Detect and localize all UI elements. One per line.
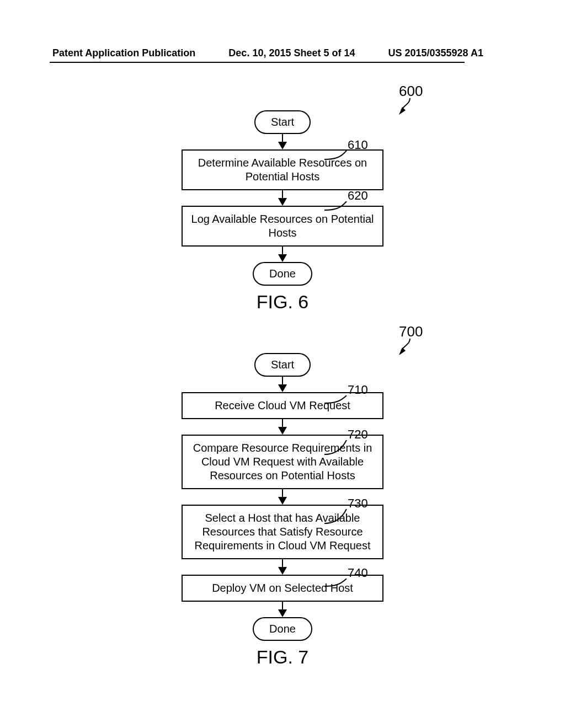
terminal-start-6: Start (254, 110, 311, 134)
header-pub: Patent Application Publication (52, 47, 195, 59)
flowchart-fig7: Start Receive Cloud VM Request Compare R… (0, 320, 565, 668)
ref-610: 610 (348, 138, 368, 152)
terminal-done-6: Done (253, 262, 312, 286)
terminal-start-7: Start (254, 353, 311, 377)
header-rule (50, 62, 465, 63)
header-docnum: US 2015/0355928 A1 (388, 47, 483, 59)
figure-7-caption: FIG. 7 (257, 646, 308, 668)
header-date: Dec. 10, 2015 Sheet 5 of 14 (228, 47, 355, 59)
process-620: Log Available Resources on Potential Hos… (182, 206, 383, 247)
ref-620: 620 (348, 189, 368, 203)
process-720: Compare Resource Requirements in Cloud V… (182, 435, 383, 489)
page-header: Patent Application Publication Dec. 10, … (0, 47, 565, 59)
figure-6-caption: FIG. 6 (257, 291, 308, 313)
process-610: Determine Available Resources on Potenti… (182, 149, 383, 190)
flowchart-fig6: Start Determine Available Resources on P… (0, 77, 565, 313)
ref-730: 730 (348, 496, 368, 511)
process-730: Select a Host that has Available Resourc… (182, 505, 383, 559)
ref-720: 720 (348, 427, 368, 442)
page: Patent Application Publication Dec. 10, … (0, 0, 565, 728)
terminal-done-7: Done (253, 617, 312, 641)
ref-710: 710 (348, 383, 368, 397)
ref-740: 740 (348, 566, 368, 580)
